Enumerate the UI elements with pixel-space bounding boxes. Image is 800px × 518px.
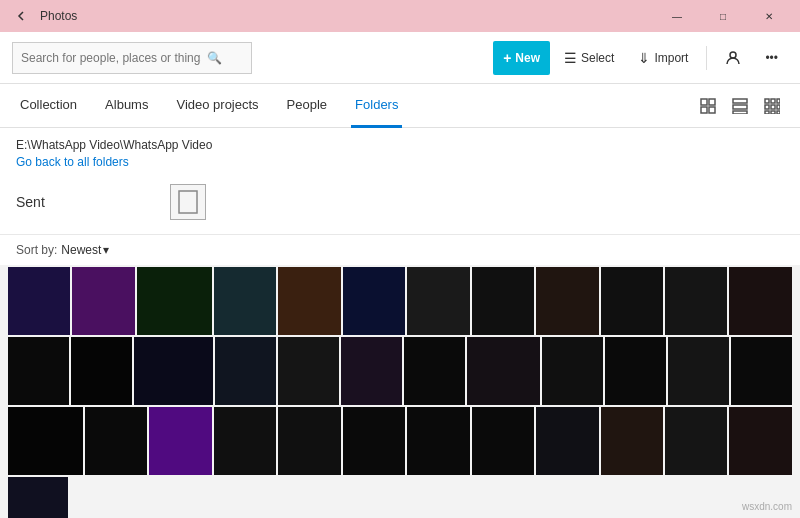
photo-cell[interactable] (214, 267, 276, 335)
account-icon (725, 50, 741, 66)
photo-cell[interactable] (134, 337, 213, 405)
window-controls: — □ ✕ (654, 0, 792, 32)
svg-rect-2 (709, 99, 715, 105)
tab-video-projects[interactable]: Video projects (172, 84, 262, 128)
view-small-grid-button[interactable] (696, 94, 720, 118)
photo-cell[interactable] (8, 267, 70, 335)
photo-cell[interactable] (8, 477, 68, 518)
photo-cell[interactable] (407, 407, 469, 475)
photo-cell[interactable] (85, 407, 147, 475)
photo-cell[interactable] (214, 407, 276, 475)
svg-rect-3 (701, 107, 707, 113)
sort-arrow-icon: ▾ (103, 243, 109, 257)
close-button[interactable]: ✕ (746, 0, 792, 32)
photo-cell[interactable] (278, 267, 340, 335)
watermark: wsxdn.com (742, 501, 792, 512)
new-button[interactable]: + New (493, 41, 550, 75)
separator (706, 46, 707, 70)
photo-cell[interactable] (536, 407, 598, 475)
photo-cell[interactable] (343, 407, 405, 475)
nav-tabs: Collection Albums Video projects People … (0, 84, 800, 128)
photo-cell[interactable] (601, 407, 663, 475)
svg-point-0 (730, 52, 736, 58)
photo-cell[interactable] (404, 337, 465, 405)
photo-cell[interactable] (729, 407, 791, 475)
folder-name: Sent (16, 194, 45, 210)
photo-row (8, 337, 792, 405)
tab-folders[interactable]: Folders (351, 84, 402, 128)
back-button[interactable] (8, 2, 36, 30)
svg-rect-8 (765, 99, 769, 103)
svg-rect-10 (777, 99, 780, 103)
import-icon: ⇓ (638, 50, 650, 66)
photo-cell[interactable] (137, 267, 212, 335)
photo-cell[interactable] (472, 407, 534, 475)
svg-rect-11 (765, 105, 769, 109)
photo-cell[interactable] (8, 337, 69, 405)
photo-cell[interactable] (729, 267, 791, 335)
svg-rect-14 (765, 111, 769, 114)
photo-cell[interactable] (665, 407, 727, 475)
photo-cell[interactable] (149, 407, 211, 475)
sort-bar: Sort by: Newest ▾ (0, 235, 800, 265)
photo-cell[interactable] (665, 267, 727, 335)
import-button[interactable]: ⇓ Import (628, 41, 698, 75)
more-button[interactable]: ••• (755, 41, 788, 75)
sort-value: Newest (61, 243, 101, 257)
sort-label: Sort by: (16, 243, 57, 257)
svg-rect-17 (179, 191, 197, 213)
tab-collection[interactable]: Collection (16, 84, 81, 128)
photo-cell[interactable] (731, 337, 792, 405)
photo-cell[interactable] (341, 337, 402, 405)
photo-cell[interactable] (542, 337, 603, 405)
svg-rect-15 (771, 111, 775, 114)
photo-cell[interactable] (407, 267, 469, 335)
photo-cell[interactable] (278, 407, 340, 475)
svg-rect-7 (733, 111, 747, 114)
search-box[interactable]: 🔍 (12, 42, 252, 74)
photo-cell[interactable] (72, 267, 134, 335)
account-button[interactable] (715, 41, 751, 75)
back-to-folders-link[interactable]: Go back to all folders (16, 155, 129, 169)
photo-grid (0, 265, 800, 518)
folder-area: Sent (0, 174, 800, 235)
folder-item[interactable]: Sent (16, 184, 206, 220)
more-icon: ••• (765, 51, 778, 65)
photo-cell[interactable] (71, 337, 132, 405)
svg-rect-6 (733, 105, 747, 109)
svg-rect-16 (777, 111, 780, 114)
photo-cell[interactable] (668, 337, 729, 405)
sort-dropdown[interactable]: Newest ▾ (61, 243, 109, 257)
search-input[interactable] (21, 51, 201, 65)
photo-cell[interactable] (343, 267, 405, 335)
view-medium-grid-button[interactable] (728, 94, 752, 118)
new-icon: + (503, 50, 511, 66)
import-label: Import (654, 51, 688, 65)
minimize-button[interactable]: — (654, 0, 700, 32)
view-icons (696, 94, 784, 118)
photo-cell[interactable] (472, 267, 534, 335)
svg-rect-5 (733, 99, 747, 103)
photo-cell[interactable] (8, 407, 83, 475)
photo-cell[interactable] (467, 337, 540, 405)
select-button[interactable]: ☰ Select (554, 41, 624, 75)
tab-people[interactable]: People (283, 84, 331, 128)
view-large-grid-button[interactable] (760, 94, 784, 118)
photo-cell[interactable] (536, 267, 598, 335)
photo-row (8, 407, 792, 475)
select-icon: ☰ (564, 50, 577, 66)
photo-cell[interactable] (215, 337, 276, 405)
app-title: Photos (40, 9, 77, 23)
photo-cell[interactable] (278, 337, 339, 405)
breadcrumb-area: E:\WhatsApp Video\WhatsApp Video Go back… (0, 128, 800, 174)
search-icon: 🔍 (207, 51, 222, 65)
svg-rect-13 (777, 105, 780, 109)
titlebar: Photos — □ ✕ (0, 0, 800, 32)
tab-albums[interactable]: Albums (101, 84, 152, 128)
photo-cell[interactable] (601, 267, 663, 335)
svg-rect-1 (701, 99, 707, 105)
photo-cell[interactable] (605, 337, 666, 405)
svg-rect-12 (771, 105, 775, 109)
maximize-button[interactable]: □ (700, 0, 746, 32)
new-label: New (515, 51, 540, 65)
